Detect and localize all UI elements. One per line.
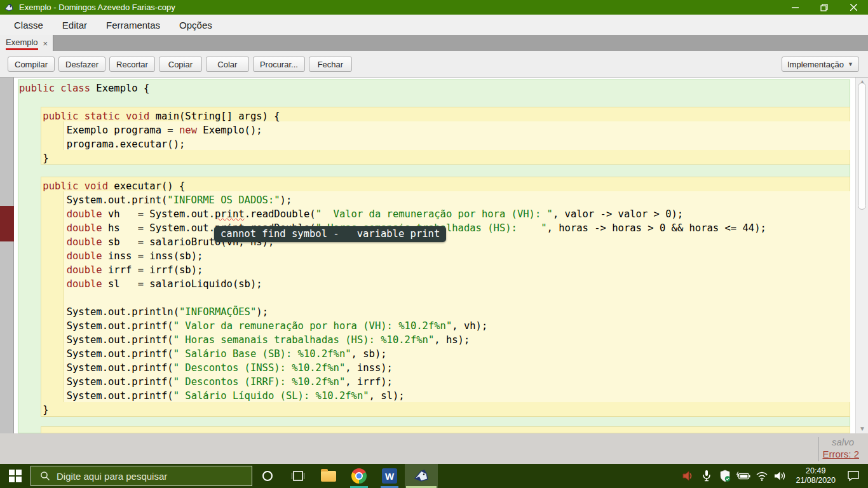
clock-date: 21/08/2020 — [796, 476, 836, 485]
colar-button[interactable]: Colar — [206, 57, 249, 72]
chrome-icon — [351, 468, 367, 484]
restore-icon — [820, 4, 828, 11]
file-explorer-icon — [321, 471, 336, 482]
tab-exemplo[interactable]: Exemplo × — [0, 35, 53, 51]
bluej-icon — [413, 468, 430, 484]
minimize-button[interactable] — [780, 0, 810, 15]
code-line — [19, 417, 851, 431]
code-line: } — [19, 403, 851, 417]
cortana-icon — [262, 470, 273, 482]
copiar-button[interactable]: Copiar — [159, 57, 202, 72]
window-titlebar: Exemplo - Domingos Azevedo Farias-copy — [0, 0, 868, 15]
compilar-button[interactable]: Compilar — [8, 57, 55, 72]
volume-icon[interactable] — [773, 467, 787, 485]
action-center-icon — [847, 470, 860, 482]
code-line: System.out.printf(" Salário Líquido (SL)… — [19, 389, 851, 403]
code-line — [19, 95, 851, 109]
view-selector-dropdown[interactable]: Implementação ▼ — [782, 57, 859, 72]
windows-taskbar: Digite aqui para pesquisar W — [0, 464, 868, 488]
menu-item-classe[interactable]: Classe — [13, 17, 44, 33]
code-line: double irrf = irrf(sb); — [19, 263, 851, 277]
bluej-button[interactable] — [405, 464, 438, 488]
code-line: double sl = salarioLiquido(sb); — [19, 277, 851, 291]
code-line: System.out.printf(" Descontos (IRRF): %1… — [19, 375, 851, 389]
code-line: public class Exemplo { — [19, 81, 851, 95]
code-surface: public class Exemplo { public static voi… — [15, 78, 855, 433]
fechar-button[interactable]: Fechar — [309, 57, 352, 72]
code-line — [19, 165, 851, 179]
scrollbar-thumb[interactable] — [858, 83, 866, 210]
error-range-marker — [0, 206, 14, 241]
task-view-icon — [292, 470, 304, 482]
code-line: public void executar() { — [19, 179, 851, 193]
status-strip: salvo Errors: 2 — [0, 433, 868, 464]
tab-strip: Exemplo × — [0, 35, 868, 51]
code-line — [19, 291, 851, 305]
saved-status: salvo — [832, 437, 854, 447]
menu-bar: ClasseEditarFerramentasOpções — [0, 15, 868, 35]
search-icon — [40, 471, 50, 481]
start-icon — [9, 470, 22, 482]
menu-item-editar[interactable]: Editar — [61, 17, 88, 33]
action-center-button[interactable] — [844, 467, 863, 485]
code-line: Exemplo programa = new Exemplo(); — [19, 123, 851, 137]
chevron-down-icon: ▼ — [848, 61, 853, 67]
code-line: System.out.print("INFORME OS DADOS:"); — [19, 193, 851, 207]
procurar-button[interactable]: Procurar... — [253, 57, 305, 72]
error-tooltip: cannot find symbol - variable print — [214, 226, 446, 242]
red-speaker-icon[interactable] — [681, 467, 695, 485]
menu-item-opes[interactable]: Opções — [178, 17, 214, 33]
word-icon: W — [382, 468, 397, 484]
close-button[interactable] — [839, 0, 868, 15]
clock-time: 20:49 — [796, 466, 836, 476]
code-line: double inss = inss(sb); — [19, 249, 851, 263]
errors-link[interactable]: Errors: 2 — [822, 449, 859, 459]
wifi-icon[interactable] — [755, 467, 769, 485]
start-button[interactable] — [0, 464, 31, 488]
chrome-button[interactable] — [344, 464, 374, 488]
microphone-icon[interactable] — [700, 467, 714, 485]
bluej-app-icon — [4, 3, 14, 13]
taskbar-clock[interactable]: 20:49 21/08/2020 — [792, 466, 839, 485]
code-line: System.out.printf(" Salário Base (SB): %… — [19, 347, 851, 361]
bluej-editor-window: Exemplo - Domingos Azevedo Farias-copy C… — [0, 0, 868, 488]
search-placeholder: Digite aqui para pesquisar — [57, 471, 167, 482]
code-line: } — [19, 151, 851, 165]
file-explorer-button[interactable] — [313, 464, 344, 488]
recortar-button[interactable]: Recortar — [109, 57, 155, 72]
tab-close-icon[interactable]: × — [43, 39, 48, 48]
code-line: public static void main(String[] args) { — [19, 109, 851, 123]
code-line: double vh = System.out.print.readDouble(… — [19, 207, 851, 221]
taskbar-search-input[interactable]: Digite aqui para pesquisar — [31, 466, 252, 486]
task-view-button[interactable] — [283, 464, 313, 488]
minimize-icon — [792, 4, 799, 11]
restore-button[interactable] — [810, 0, 839, 15]
code-line: System.out.printf(" Descontos (INSS): %1… — [19, 361, 851, 375]
status-divider — [818, 437, 819, 461]
tab-label: Exemplo — [6, 37, 38, 50]
code-editor[interactable]: public class Exemplo { public static voi… — [0, 78, 868, 433]
code-line: System.out.printf(" Valor da remuneração… — [19, 319, 851, 333]
menu-item-ferramentas[interactable]: Ferramentas — [105, 17, 161, 33]
system-tray: 20:49 21/08/2020 — [681, 464, 868, 488]
editor-gutter — [0, 78, 14, 433]
code-line: System.out.println("INFORMAÇÕES"); — [19, 305, 851, 319]
desfazer-button[interactable]: Desfazer — [58, 57, 105, 72]
battery-icon[interactable] — [736, 467, 750, 485]
view-selector-value: Implementação — [787, 60, 844, 69]
code-text: public class Exemplo { public static voi… — [19, 81, 851, 433]
code-line: programa.executar(); — [19, 137, 851, 151]
editor-toolbar: CompilarDesfazerRecortarCopiarColarProcu… — [0, 51, 868, 78]
word-button[interactable]: W — [374, 464, 405, 488]
window-title: Exemplo - Domingos Azevedo Farias-copy — [19, 3, 175, 12]
code-line: System.out.printf(" Horas semanais traba… — [19, 333, 851, 347]
cortana-button[interactable] — [252, 464, 283, 488]
vertical-scrollbar[interactable]: ▲ ▼ — [855, 78, 868, 433]
scroll-down-icon[interactable]: ▼ — [856, 424, 868, 433]
close-icon — [850, 4, 857, 11]
defender-shield-icon[interactable] — [718, 467, 732, 485]
